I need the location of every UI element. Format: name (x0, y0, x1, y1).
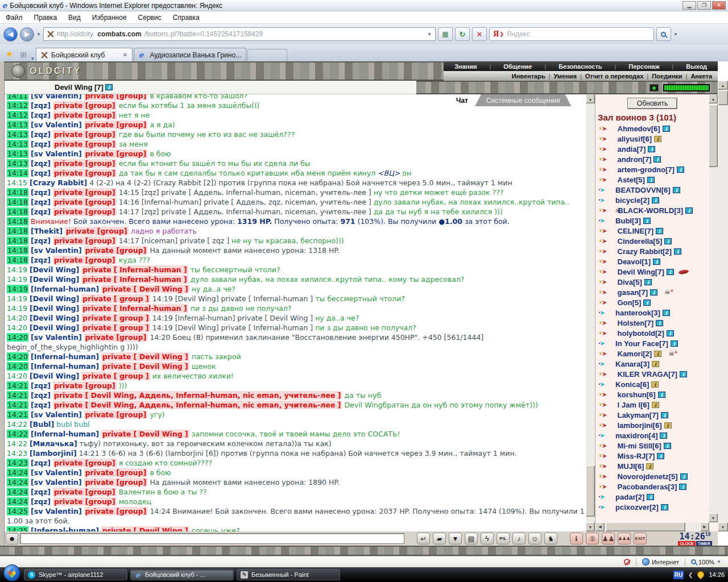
player-name-link[interactable]: bicycle[2] (615, 196, 650, 205)
nav1-item[interactable]: Безопасность (559, 63, 602, 70)
taskbar-task[interactable]: SSkype™ - airplane1112 (24, 569, 127, 580)
attack-arrow-icon[interactable]: ➤ (599, 187, 605, 193)
sidebar-scroll-left-icon[interactable]: ◀ (595, 522, 605, 531)
player-info-icon[interactable]: i (643, 218, 651, 224)
attack-arrow-icon[interactable]: ➤ (599, 412, 607, 418)
player-info-icon[interactable]: i (680, 473, 688, 480)
chat-username[interactable]: [Infernal-human] (31, 430, 99, 438)
player-name-link[interactable]: l Jam l[6] (618, 401, 650, 409)
attack-arrow-icon[interactable]: ➤ (599, 443, 607, 448)
menu-item[interactable]: Файл (0, 12, 28, 23)
player-name-link[interactable]: Bubl[3] (615, 217, 641, 225)
player-name-link[interactable]: Miss-RJ[7] (618, 452, 655, 460)
player-info-icon[interactable]: i (653, 259, 660, 265)
history-dropdown-icon[interactable]: ▼ (36, 32, 41, 37)
pl-ratio-icon[interactable]: P/L (497, 533, 510, 544)
sidebar-scrollbar[interactable]: ▲ ▼ (709, 94, 718, 522)
search-button[interactable] (656, 27, 671, 41)
chat-tab[interactable]: Чат (445, 94, 479, 106)
player-info-icon[interactable]: i (661, 504, 668, 510)
chat-username[interactable]: [Thekit] (31, 227, 63, 235)
minimize-button[interactable]: ▁ (682, 1, 696, 10)
chat-username[interactable]: [sv Valentin] (31, 478, 82, 487)
chat-username[interactable]: [Devil Wing] (30, 304, 79, 313)
chat-username[interactable]: [sv Valentin] (31, 246, 82, 255)
player-info-icon[interactable]: i (664, 238, 672, 244)
chat-username[interactable]: [sv Valentin] (31, 333, 82, 342)
chat-username[interactable]: [zqz] (31, 159, 51, 168)
nav1-item[interactable]: Общение (503, 63, 532, 70)
attack-arrow-icon[interactable]: ➤ (599, 269, 607, 275)
forward-button[interactable]: ▶ (20, 27, 34, 41)
language-indicator[interactable]: RU (673, 571, 684, 579)
chat-username[interactable]: [zqz] (31, 207, 51, 216)
chat-username[interactable]: [Crazy Rabbit] (30, 178, 87, 187)
attack-arrow-icon[interactable]: ➤ (599, 351, 607, 356)
chat-tab[interactable]: Системные сообщения (475, 94, 572, 106)
exit-icon[interactable]: EXIT (634, 533, 647, 544)
nav2-item[interactable]: Анкета (690, 73, 712, 80)
player-info-icon[interactable]: i (653, 156, 661, 163)
player-name-link[interactable]: Crazy Rabbit[2] (618, 247, 672, 256)
tabs-dropdown-icon[interactable]: ▼ (30, 56, 35, 61)
player-info-icon[interactable]: i (656, 228, 663, 234)
attack-arrow-icon[interactable]: ➤ (599, 310, 605, 315)
chat-username[interactable]: [zqz] (31, 188, 51, 197)
chat-username[interactable]: [sv Valentin] (31, 94, 82, 100)
player-info-icon[interactable]: i (671, 340, 678, 347)
taskbar-task[interactable]: ✎Безымянный - Paint (237, 569, 340, 580)
nav1-item[interactable]: Выход (686, 63, 707, 70)
attack-arrow-icon[interactable]: ➤ (599, 402, 607, 408)
attack-arrow-icon[interactable]: ➤ (599, 340, 605, 346)
chat-username[interactable]: [zqz] (31, 459, 51, 467)
sidebar-hscrollbar[interactable]: ◀ ▶ (595, 522, 709, 531)
player-name-link[interactable]: artem-grodno[7] (618, 165, 675, 174)
attack-arrow-icon[interactable]: ➤ (599, 177, 607, 182)
player-info-icon[interactable]: i (105, 84, 113, 90)
compatibility-button[interactable]: ▦ (438, 27, 453, 41)
refresh-players-button[interactable]: Обновить (627, 98, 677, 109)
player-name-link[interactable]: Holsten[7] (618, 319, 654, 327)
attack-arrow-icon[interactable]: ➤ (599, 330, 607, 336)
page-scroll-up-icon[interactable]: ▲ (718, 81, 728, 90)
chat-username[interactable]: [Devil Wing] (30, 265, 79, 274)
attack-arrow-icon[interactable]: ➤ (599, 381, 605, 387)
player-info-icon[interactable]: i (657, 453, 664, 459)
attack-arrow-icon[interactable]: ➤ (599, 248, 607, 254)
player-name-link[interactable]: holybotold[2] (618, 329, 664, 338)
player-name-link[interactable]: Deavol[1] (618, 257, 651, 266)
quick-tabs-icon[interactable]: ⊞ (18, 50, 29, 61)
player-info-icon[interactable]: i (661, 412, 668, 418)
chat-username[interactable]: [zqz] (31, 256, 51, 264)
smiley-picker-icon[interactable]: ☻ (6, 533, 18, 544)
search-input[interactable]: Я❯ Яндекс (489, 27, 654, 41)
sidebar-scroll-up-icon[interactable]: ▲ (709, 94, 718, 103)
sound-icon[interactable]: ♪ (512, 533, 526, 544)
chat-username[interactable]: [Devil Wing] (30, 294, 79, 303)
chat-username[interactable]: [zqz] (31, 169, 51, 177)
player-info-icon[interactable]: i (679, 484, 686, 490)
menu-item[interactable]: Правка (28, 12, 63, 23)
chat-username[interactable]: [sv Valentin] (31, 149, 82, 158)
player-info-icon[interactable]: i (664, 422, 672, 429)
attack-arrow-icon[interactable]: ➤ (599, 463, 607, 469)
send-icon[interactable]: ↵ (417, 533, 430, 544)
player-name-link[interactable]: Diva[5] (618, 278, 642, 286)
attack-arrow-icon[interactable]: ➤ (599, 238, 607, 244)
player-name-link[interactable]: Ahmedov[6] (618, 124, 660, 133)
player-name-link[interactable]: Lakyman[7] (618, 411, 659, 419)
browser-tab[interactable]: Бойцовский клуб✕ (36, 48, 133, 61)
player-info-icon[interactable]: i (673, 187, 680, 193)
runner-icon[interactable]: ϟ (481, 533, 494, 544)
nav2-item[interactable]: Поединки (652, 73, 682, 80)
filter-icon[interactable]: ▼ (449, 533, 462, 544)
player-name-link[interactable]: hanterook[3] (615, 309, 660, 317)
nav2-item[interactable]: Отчет о переводах (585, 73, 644, 80)
menu-item[interactable]: Справка (167, 12, 205, 23)
log-book-icon[interactable]: ▤ (465, 533, 478, 544)
zoom-level[interactable]: 100% (698, 559, 714, 566)
eraser-icon[interactable]: ▰ (433, 533, 446, 544)
player-name-link[interactable]: Konica[6] (615, 380, 649, 389)
player-info-icon[interactable]: i (651, 381, 659, 388)
player-name-link[interactable]: KILER VRAGA[7] (618, 370, 677, 379)
